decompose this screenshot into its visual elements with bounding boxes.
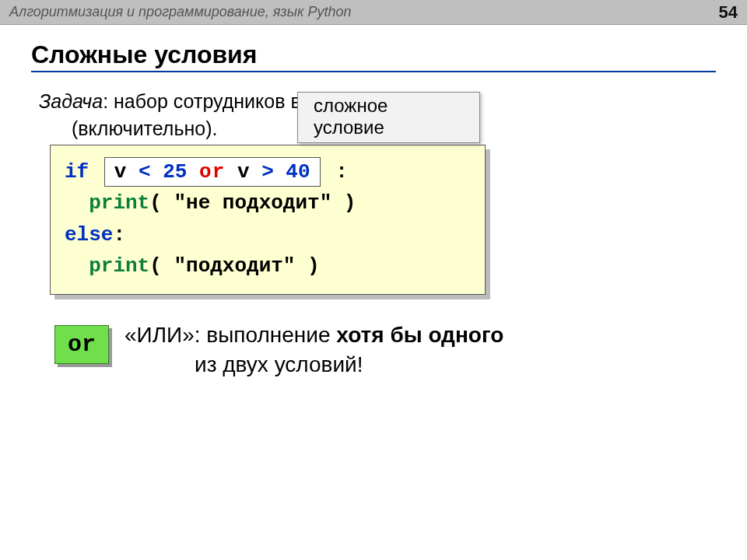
slide-title: Сложные условия xyxy=(31,40,716,72)
kw-if: if xyxy=(65,160,89,184)
or-explainer: or «ИЛИ»: выполнение хотя бы одного из д… xyxy=(54,320,503,380)
fn-print2: print xyxy=(89,254,149,278)
kw-else: else xyxy=(65,223,113,247)
page-number: 54 xyxy=(719,2,738,23)
task-label: Задача xyxy=(39,90,103,112)
or-chip: or xyxy=(54,325,109,364)
callout-line1: сложное xyxy=(314,95,464,117)
fn-print1: print xyxy=(89,191,149,215)
condition-box: v < 25 or v > 40 xyxy=(104,157,321,187)
or-line1: «ИЛИ»: выполнение хотя бы одного xyxy=(124,320,503,350)
or-line2: из двух условий! xyxy=(124,350,503,380)
callout-line2: условие xyxy=(314,117,464,138)
header-bar: Алгоритмизация и программирование, язык … xyxy=(0,0,747,25)
callout: сложное условие xyxy=(297,92,480,143)
code-block: if v < 25 or v > 40 : print( "не подходи… xyxy=(50,145,486,295)
slide-body: Сложные условия Задача: набор сотруднико… xyxy=(0,25,747,142)
course-title: Алгоритмизация и программирование, язык … xyxy=(9,4,351,20)
